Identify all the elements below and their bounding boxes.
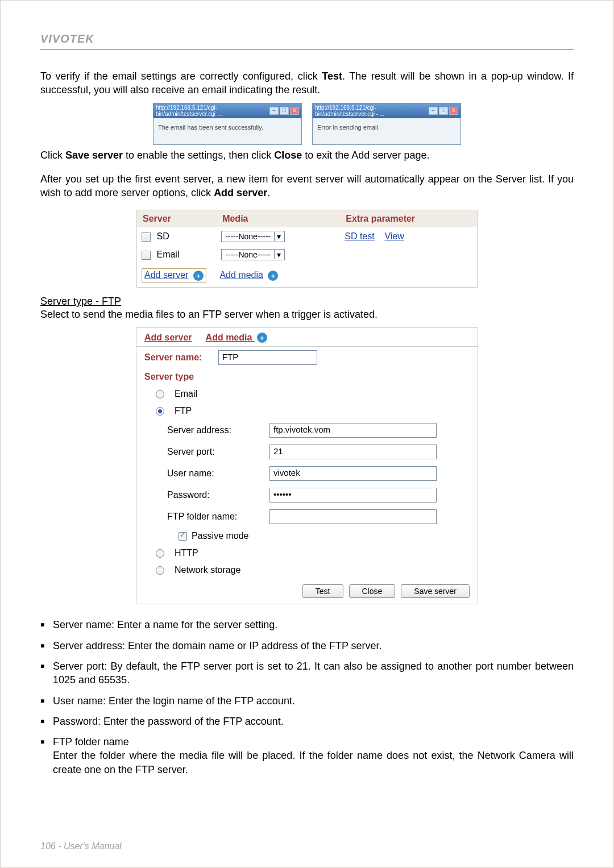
- radio-http[interactable]: [156, 549, 164, 558]
- add-server-label: Add server: [144, 270, 188, 280]
- add-media-button[interactable]: Add media +: [219, 270, 278, 280]
- auto-appear-paragraph: After you set up the first event server,…: [40, 172, 574, 200]
- close-icon[interactable]: X: [449, 107, 458, 115]
- user-name-input[interactable]: vivotek: [269, 466, 437, 481]
- server-name-input[interactable]: FTP: [218, 350, 317, 365]
- table-row: Email -----None----- ▾: [137, 246, 478, 264]
- checkbox-email[interactable]: [142, 251, 151, 260]
- popup-success-body: The email has been sent successfully.: [154, 118, 301, 144]
- min-icon[interactable]: –: [269, 107, 279, 115]
- radio-ftp-label: FTP: [175, 406, 192, 416]
- max-icon[interactable]: □: [439, 107, 448, 115]
- radio-row-ftp: FTP: [136, 402, 478, 420]
- radio-email-label: Email: [175, 389, 197, 399]
- sd-test-link[interactable]: SD test: [345, 231, 374, 241]
- add-server-keyword: Add server: [214, 187, 267, 198]
- passive-mode-label: Passive mode: [192, 531, 249, 541]
- server-address-label: Server address:: [167, 425, 269, 435]
- row-email-label: Email: [156, 250, 179, 259]
- plus-icon: +: [257, 333, 267, 343]
- password-label: Password:: [167, 490, 269, 500]
- close-button[interactable]: Close: [349, 584, 396, 598]
- add-server-button[interactable]: Add server +: [142, 268, 206, 283]
- txt: After you set up the first event server,…: [40, 173, 574, 198]
- password-input[interactable]: ••••••: [269, 488, 437, 502]
- list-item: User name: Enter the login name of the F…: [40, 694, 574, 708]
- chevron-down-icon: ▾: [274, 250, 283, 259]
- tab-add-server[interactable]: Add server: [144, 333, 192, 343]
- ftp-folder-bullet-body: Enter the folder where the media file wi…: [53, 750, 574, 775]
- ftp-folder-input[interactable]: [269, 509, 437, 524]
- list-item: Password: Enter the password of the FTP …: [40, 715, 574, 728]
- server-port-input[interactable]: 21: [269, 445, 437, 459]
- user-name-label: User name:: [167, 468, 269, 479]
- ftp-section-heading: Server type - FTP: [40, 296, 574, 308]
- col-media: Media: [217, 210, 340, 228]
- dropdown-value: -----None-----: [225, 232, 271, 241]
- txt: to enable the settings, then click: [123, 149, 274, 161]
- min-icon[interactable]: –: [429, 107, 438, 115]
- server-list-table: Server Media Extra parameter SD -----Non…: [136, 210, 478, 288]
- dropdown-value: -----None-----: [225, 250, 271, 259]
- row-sd-label: SD: [156, 231, 169, 241]
- media-select-sd[interactable]: -----None----- ▾: [221, 231, 285, 242]
- server-type-label: Server type: [144, 372, 213, 382]
- popup-error-title: http://192.168.5.121/cgi-bin/admin/tests…: [315, 105, 429, 117]
- col-server: Server: [137, 210, 217, 228]
- list-item: Server address: Enter the domain name or…: [40, 639, 574, 653]
- tab-add-media-label: Add media: [206, 333, 252, 342]
- checkbox-sd[interactable]: [142, 232, 151, 242]
- server-address-row: Server address: ftp.vivotek.vom: [136, 420, 478, 441]
- ftp-folder-bullet-title: FTP folder name: [53, 736, 129, 747]
- server-address-input[interactable]: ftp.vivotek.vom: [269, 423, 437, 438]
- ftp-folder-label: FTP folder name:: [167, 512, 269, 522]
- save-server-button[interactable]: Save server: [401, 584, 470, 598]
- radio-http-label: HTTP: [175, 548, 198, 558]
- popup-success-title: http://192.168.5.121/cgi-bin/admin/tests…: [156, 105, 269, 117]
- save-server-keyword: Save server: [65, 149, 123, 161]
- ftp-form-tabs: Add server Add media +: [136, 328, 478, 347]
- close-keyword: Close: [274, 149, 302, 161]
- txt: Click: [40, 149, 65, 161]
- passive-mode-row: Passive mode: [136, 528, 478, 545]
- radio-email[interactable]: [156, 390, 164, 398]
- txt: .: [267, 187, 270, 198]
- passive-mode-checkbox[interactable]: [179, 532, 187, 541]
- popup-row: http://192.168.5.121/cgi-bin/admin/tests…: [40, 103, 574, 145]
- add-media-label: Add media: [219, 270, 263, 280]
- tab-add-media[interactable]: Add media +: [206, 333, 267, 343]
- brand-header: VIVOTEK: [40, 32, 574, 45]
- media-select-email[interactable]: -----None----- ▾: [221, 249, 285, 260]
- ftp-section-desc: Select to send the media files to an FTP…: [40, 308, 574, 321]
- radio-row-email: Email: [136, 385, 478, 402]
- chevron-down-icon: ▾: [274, 232, 283, 241]
- radio-row-ns: Network storage: [136, 562, 478, 579]
- view-link[interactable]: View: [384, 231, 404, 241]
- plus-icon: +: [193, 271, 204, 281]
- radio-network-storage[interactable]: [156, 566, 164, 575]
- server-port-row: Server port: 21: [136, 441, 478, 463]
- popup-error-body: Error in sending email.: [313, 118, 460, 144]
- intro-text-a: To verify if the email settings are corr…: [40, 70, 322, 82]
- ftp-bullet-list: Server name: Enter a name for the server…: [40, 618, 574, 776]
- user-name-row: User name: vivotek: [136, 463, 478, 484]
- test-keyword: Test: [322, 70, 342, 82]
- txt: to exit the Add server page.: [302, 149, 429, 161]
- close-icon[interactable]: X: [290, 107, 299, 115]
- col-extra: Extra parameter: [340, 210, 477, 228]
- max-icon[interactable]: □: [280, 107, 289, 115]
- form-button-row: Test Close Save server: [136, 579, 478, 598]
- test-button[interactable]: Test: [302, 584, 343, 598]
- server-port-label: Server port:: [167, 447, 269, 457]
- popup-success-titlebar: http://192.168.5.121/cgi-bin/admin/tests…: [154, 103, 301, 118]
- plus-icon: +: [268, 271, 278, 281]
- popup-error: http://192.168.5.121/cgi-bin/admin/tests…: [312, 103, 461, 145]
- radio-ftp[interactable]: [156, 407, 164, 416]
- server-name-row: Server name: FTP: [136, 347, 478, 368]
- table-row: SD -----None----- ▾ SD test View: [137, 227, 478, 246]
- page-footer: 106 - User's Manual: [40, 841, 122, 852]
- header-rule: [40, 49, 574, 50]
- list-item: Server name: Enter a name for the server…: [40, 618, 574, 632]
- table-header-row: Server Media Extra parameter: [137, 210, 478, 228]
- radio-row-http: HTTP: [136, 545, 478, 562]
